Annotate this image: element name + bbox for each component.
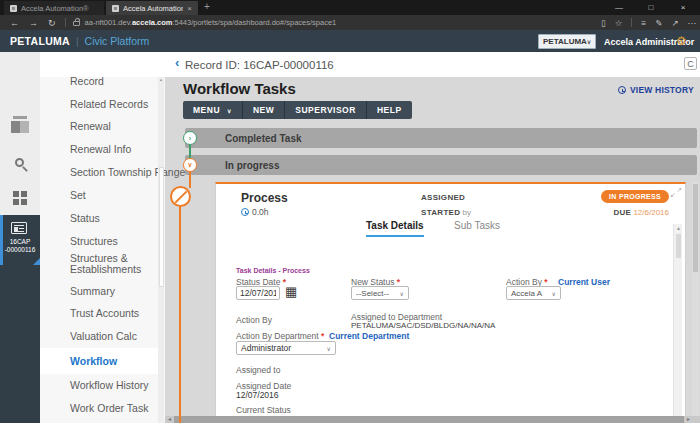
action-by-department-select[interactable]: Administrator∨ — [236, 341, 336, 355]
window-maximize-button[interactable]: □ — [636, 0, 666, 15]
menu-button[interactable]: MENU∨ — [183, 101, 243, 119]
scrollbar-thumb[interactable] — [676, 234, 681, 258]
workflow-toolbar: MENU∨ NEW SUPERVISOR HELP — [183, 101, 412, 119]
browser-tab-strip: Accela Automation® Accela Automation® × … — [0, 0, 700, 15]
menu-item-record[interactable]: Record — [70, 75, 104, 87]
chevron-down-icon: ∨ — [400, 290, 404, 297]
expand-icon[interactable]: ↗↙ — [671, 187, 682, 198]
inprogress-chevron-down-icon[interactable]: ∨ — [183, 158, 197, 172]
browser-tab-2-active[interactable]: Accela Automation® × — [106, 1, 198, 15]
favorites-star-icon[interactable]: ☆ — [615, 18, 623, 28]
hub-icon[interactable]: ≡ — [641, 18, 646, 28]
scroll-left-arrow-icon[interactable]: ◂ — [165, 416, 174, 423]
scrollbar-up-arrow-icon[interactable]: ▲ — [674, 225, 683, 231]
connector-line-green — [189, 145, 191, 159]
divider — [65, 18, 66, 27]
tab-close-icon[interactable]: × — [187, 4, 192, 13]
accordion-completed-task[interactable]: Completed Task — [185, 128, 697, 148]
scroll-right-arrow-icon[interactable]: ▸ — [684, 416, 693, 423]
refresh-icon[interactable]: ↻ — [48, 18, 56, 28]
menu-item-section-township-range[interactable]: Section Township Range — [70, 166, 185, 178]
menu-item-work-order-task[interactable]: Work Order Task — [70, 402, 148, 414]
menu-item-renewal[interactable]: Renewal — [70, 120, 111, 132]
action-by-static-label: Action By — [236, 315, 272, 325]
menu-item-trust-accounts[interactable]: Trust Accounts — [70, 307, 139, 319]
supervisor-button[interactable]: SUPERVISOR — [285, 101, 367, 119]
chevron-down-icon: ∨ — [227, 107, 232, 114]
view-history-link[interactable]: VIEW HISTORY — [618, 85, 694, 95]
menu-scrollbar[interactable]: ▲ — [158, 77, 164, 423]
favicon-icon — [10, 5, 17, 12]
assigned-label: ASSIGNED — [421, 193, 465, 202]
tab-title: Accela Automation® — [123, 4, 183, 13]
help-button[interactable]: HELP — [367, 101, 412, 119]
browser-tab-1[interactable]: Accela Automation® — [4, 1, 104, 15]
calendar-icon[interactable]: ▦ — [285, 286, 297, 297]
menu-item-workflow-active[interactable]: Workflow — [70, 355, 117, 367]
scrollbar-thumb[interactable] — [693, 184, 698, 272]
browser-url-bar: ← → ↻ aa-nft001.dev.accela.com:5443/port… — [0, 15, 700, 30]
share-icon[interactable]: ↗ — [671, 18, 678, 28]
connector-line-orange — [179, 205, 181, 423]
assigned-to-label: Assigned to — [236, 365, 280, 375]
search-icon[interactable] — [15, 158, 24, 167]
menu-item-structures[interactable]: Structures — [70, 235, 118, 247]
accordion-in-progress[interactable]: In progress — [185, 155, 697, 175]
scrollbar-up-arrow-icon[interactable]: ▲ — [158, 77, 164, 82]
agency-name: PETALUMA — [10, 35, 70, 47]
gear-icon[interactable]: ⚙ — [676, 34, 687, 48]
url-text[interactable]: aa-nft001.dev.accela.com:5443/portlets/s… — [85, 18, 337, 27]
menu-item-summary[interactable]: Summary — [70, 285, 115, 297]
process-task-card: Process 0.0h ASSIGNED STARTED by IN PROG… — [215, 182, 686, 423]
page-title: Workflow Tasks — [183, 80, 296, 97]
new-button[interactable]: NEW — [243, 101, 285, 119]
browser-toolbar-icons: ▯ ☆ ≡ ✎ ↗ ⋯ — [601, 15, 696, 30]
left-rail: 16CAP -00000116 — [0, 52, 40, 423]
record-title: Record ID: 16CAP-00000116 — [185, 59, 334, 71]
tab-task-details[interactable]: Task Details — [366, 220, 424, 237]
chevron-down-icon: ∨ — [587, 38, 591, 45]
menu-item-valuation-calc[interactable]: Valuation Calc — [70, 330, 137, 342]
new-status-select[interactable]: --Select--∨ — [351, 286, 409, 300]
reading-view-icon[interactable]: ▯ — [601, 18, 606, 28]
task-name: Process — [241, 191, 288, 205]
action-by-select[interactable]: Accela A∨ — [506, 286, 561, 300]
menu-item-related-records[interactable]: Related Records — [70, 98, 148, 110]
new-tab-button[interactable]: + — [204, 1, 210, 12]
status-date-input[interactable] — [236, 286, 280, 300]
web-note-icon[interactable]: ✎ — [655, 18, 662, 28]
current-department-link[interactable]: Current Department — [329, 331, 409, 341]
chevron-down-icon: ∨ — [327, 345, 331, 352]
menu-item-status[interactable]: Status — [70, 212, 100, 224]
refresh-button[interactable]: C — [684, 57, 697, 70]
divider — [631, 18, 632, 27]
current-user-link[interactable]: Current User — [558, 277, 610, 287]
dashboard-icon[interactable] — [11, 116, 29, 134]
window-close-button[interactable]: × — [668, 0, 698, 15]
forward-icon[interactable]: → — [29, 18, 38, 28]
back-icon[interactable]: ← — [10, 18, 19, 28]
connector-line-orange — [189, 172, 191, 188]
menu-item-renewal-info[interactable]: Renewal Info — [70, 143, 131, 155]
more-icon[interactable]: ⋯ — [688, 18, 697, 28]
screen: Accela Automation® Accela Automation® × … — [0, 0, 700, 423]
completed-chevron-right-icon[interactable]: › — [183, 131, 197, 145]
assigned-to-department-value: PETALUMA/SAC/DSD/BLDG/NA/NA/NA — [351, 321, 495, 330]
due-date: DUE 12/6/2016 — [613, 208, 669, 217]
card-scrollbar[interactable]: ▲ — [673, 224, 682, 423]
agency-select[interactable]: PETALUMA ∨ — [538, 34, 596, 49]
menu-item-set[interactable]: Set — [70, 189, 86, 201]
window-minimize-button[interactable]: — — [604, 0, 634, 15]
content-horizontal-scrollbar[interactable]: ◂ ▸ — [165, 416, 700, 423]
menu-item-workflow-history[interactable]: Workflow History — [70, 379, 149, 391]
back-chevron-icon[interactable]: ‹ — [175, 55, 179, 70]
assigned-date-value: 12/07/2016 — [236, 390, 279, 400]
tab-title: Accela Automation® — [21, 4, 98, 13]
content-vertical-scrollbar[interactable] — [692, 182, 699, 416]
action-by-department-label: Action By Department * — [236, 331, 324, 341]
tab-sub-tasks[interactable]: Sub Tasks — [454, 220, 500, 231]
menu-item-structures-establishments[interactable]: Structures & Establishments — [70, 253, 160, 274]
apps-grid-icon[interactable] — [13, 191, 27, 205]
scrollbar-thumb[interactable] — [174, 416, 684, 423]
scrollbar-thumb[interactable] — [159, 167, 164, 287]
